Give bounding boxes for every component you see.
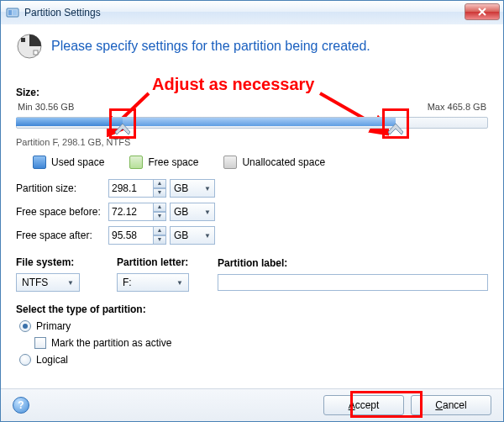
unit-select-free-before[interactable]: GB ▼ bbox=[170, 203, 215, 221]
partition-caption: Partition F, 298.1 GB, NTFS bbox=[16, 137, 488, 147]
size-range-row: Min 30.56 GB Max 465.8 GB bbox=[16, 102, 488, 112]
spin-up-icon[interactable]: ▲ bbox=[153, 226, 166, 235]
cancel-button[interactable]: Cancel bbox=[411, 395, 491, 415]
slider-handle-left[interactable] bbox=[115, 124, 130, 135]
unit-value: GB bbox=[174, 206, 188, 218]
input-partition-size[interactable] bbox=[108, 179, 154, 198]
spin-down-icon[interactable]: ▼ bbox=[153, 235, 166, 245]
window-title: Partition Settings bbox=[24, 7, 101, 18]
dialog-footer: ? Accept Cancel bbox=[1, 388, 503, 421]
swatch-free-icon bbox=[129, 156, 143, 169]
radio-primary-icon bbox=[19, 320, 31, 332]
checkbox-mark-active-label: Mark the partition as active bbox=[51, 337, 171, 349]
input-free-after[interactable] bbox=[108, 226, 154, 245]
svg-rect-5 bbox=[34, 50, 38, 55]
chevron-down-icon: ▼ bbox=[204, 232, 211, 240]
partition-settings-window: Partition Settings Please specify settin… bbox=[0, 0, 504, 422]
swatch-used-icon bbox=[33, 156, 46, 169]
dialog-body: Please specify settings for the partitio… bbox=[1, 24, 503, 389]
chevron-down-icon: ▼ bbox=[204, 185, 211, 193]
partition-slider[interactable] bbox=[16, 113, 488, 132]
size-max-label: Max 465.8 GB bbox=[428, 102, 486, 112]
spin-up-icon[interactable]: ▲ bbox=[153, 179, 166, 188]
partition-type-header: Select the type of partition: bbox=[16, 303, 488, 315]
svg-rect-1 bbox=[8, 10, 12, 15]
unit-value: GB bbox=[174, 182, 188, 194]
size-fields: Partition size: ▲▼ GB ▼ Free space befor… bbox=[16, 179, 488, 245]
size-min-label: Min 30.56 GB bbox=[18, 102, 74, 112]
app-icon bbox=[6, 6, 19, 19]
spin-up-icon[interactable]: ▲ bbox=[153, 203, 166, 212]
chevron-down-icon: ▼ bbox=[204, 208, 211, 216]
cancel-button-label: Cancel bbox=[435, 399, 466, 411]
unit-select-free-after[interactable]: GB ▼ bbox=[170, 226, 215, 245]
spinner-free-before[interactable]: ▲▼ bbox=[108, 203, 166, 221]
radio-logical-label: Logical bbox=[36, 354, 68, 366]
row-free-after: Free space after: ▲▼ GB ▼ bbox=[16, 226, 488, 245]
legend-free-label: Free space bbox=[148, 156, 198, 168]
legend: Used space Free space Unallocated space bbox=[16, 156, 488, 169]
legend-unallocated-label: Unallocated space bbox=[242, 156, 325, 168]
chevron-down-icon: ▼ bbox=[67, 279, 74, 287]
partition-label-label: Partition label: bbox=[218, 257, 488, 269]
legend-unallocated: Unallocated space bbox=[223, 156, 325, 169]
chevron-down-icon: ▼ bbox=[176, 279, 183, 287]
slider-handle-right[interactable] bbox=[388, 124, 403, 135]
legend-free: Free space bbox=[129, 156, 198, 169]
accept-button-label: Accept bbox=[349, 399, 380, 411]
label-partition-size: Partition size: bbox=[16, 182, 108, 194]
unit-select-partition-size[interactable]: GB ▼ bbox=[170, 179, 215, 198]
help-icon[interactable]: ? bbox=[13, 397, 29, 414]
file-system-value: NTFS bbox=[22, 277, 48, 288]
spin-down-icon[interactable]: ▼ bbox=[153, 212, 166, 221]
radio-logical[interactable]: Logical bbox=[19, 354, 488, 366]
label-free-before: Free space before: bbox=[16, 206, 108, 218]
header-row: Please specify settings for the partitio… bbox=[16, 33, 488, 60]
checkbox-mark-active-icon bbox=[34, 337, 46, 349]
spinner-free-after[interactable]: ▲▼ bbox=[108, 226, 166, 245]
legend-used-label: Used space bbox=[51, 156, 104, 168]
annotation-text: Adjust as necessary bbox=[152, 75, 314, 94]
svg-rect-4 bbox=[21, 38, 25, 42]
partition-label-input[interactable] bbox=[218, 274, 488, 291]
radio-primary-label: Primary bbox=[36, 320, 71, 332]
svg-rect-2 bbox=[13, 10, 17, 15]
partition-letter-label: Partition letter: bbox=[117, 256, 218, 268]
header-heading: Please specify settings for the partitio… bbox=[51, 39, 370, 54]
accept-button[interactable]: Accept bbox=[323, 395, 404, 415]
label-free-after: Free space after: bbox=[16, 229, 108, 241]
titlebar: Partition Settings bbox=[1, 1, 503, 25]
col-file-system: File system: NTFS ▼ bbox=[16, 256, 117, 292]
row-free-before: Free space before: ▲▼ GB ▼ bbox=[16, 203, 488, 221]
slider-partition-segment bbox=[123, 118, 396, 126]
checkbox-mark-active[interactable]: Mark the partition as active bbox=[34, 337, 488, 349]
spinner-partition-size[interactable]: ▲▼ bbox=[108, 179, 166, 198]
spin-down-icon[interactable]: ▼ bbox=[153, 188, 166, 198]
input-free-before[interactable] bbox=[108, 203, 154, 221]
radio-logical-icon bbox=[19, 354, 31, 366]
unit-value: GB bbox=[174, 229, 188, 241]
file-system-select[interactable]: NTFS ▼ bbox=[16, 273, 80, 292]
col-partition-label: Partition label: bbox=[218, 257, 488, 291]
partition-letter-value: F: bbox=[123, 277, 132, 288]
wizard-icon bbox=[16, 33, 43, 60]
radio-primary[interactable]: Primary bbox=[19, 320, 488, 332]
col-partition-letter: Partition letter: F: ▼ bbox=[117, 256, 218, 292]
partition-letter-select[interactable]: F: ▼ bbox=[117, 273, 189, 292]
row-partition-size: Partition size: ▲▼ GB ▼ bbox=[16, 179, 488, 198]
file-system-label: File system: bbox=[16, 256, 117, 268]
swatch-unallocated-icon bbox=[223, 156, 237, 169]
window-close-button[interactable] bbox=[465, 3, 500, 20]
fs-row: File system: NTFS ▼ Partition letter: F:… bbox=[16, 256, 488, 292]
legend-used: Used space bbox=[33, 156, 104, 169]
slider-used-segment bbox=[16, 118, 123, 126]
